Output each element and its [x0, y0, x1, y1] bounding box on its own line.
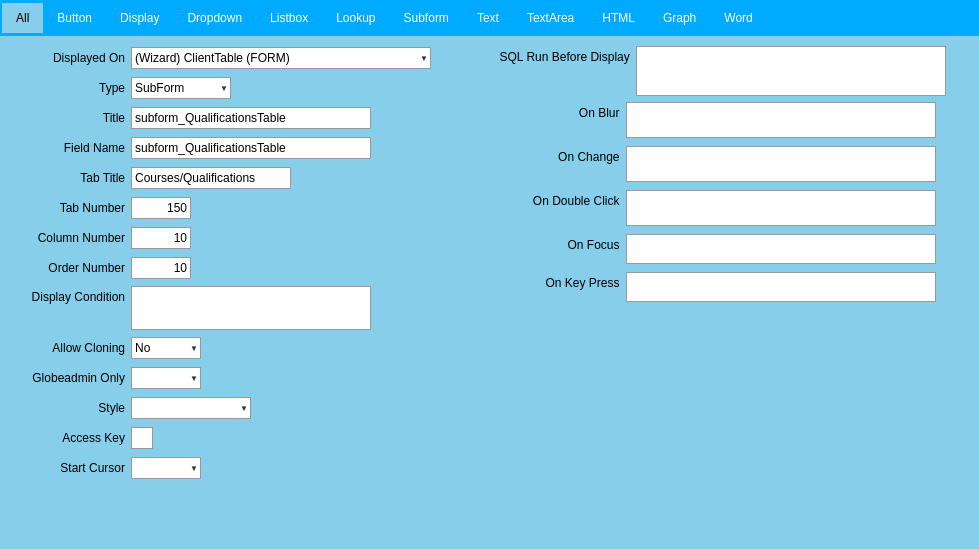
display-condition-label: Display Condition — [15, 290, 125, 304]
sql-run-before-display-label: SQL Run Before Display — [500, 50, 630, 64]
nav-item-text[interactable]: Text — [463, 3, 513, 33]
start-cursor-row: Start Cursor — [15, 456, 480, 480]
nav-item-textarea[interactable]: TextArea — [513, 3, 588, 33]
nav-item-word[interactable]: Word — [710, 3, 766, 33]
on-change-label: On Change — [500, 150, 620, 164]
start-cursor-select[interactable] — [131, 457, 201, 479]
sql-run-before-display-input[interactable] — [636, 46, 946, 96]
order-number-row: Order Number — [15, 256, 480, 280]
display-condition-input[interactable] — [131, 286, 371, 330]
globeadmin-only-row: Globeadmin Only — [15, 366, 480, 390]
start-cursor-label: Start Cursor — [15, 461, 125, 475]
title-input[interactable] — [131, 107, 371, 129]
on-focus-label: On Focus — [500, 238, 620, 252]
tab-title-input[interactable] — [131, 167, 291, 189]
field-name-label: Field Name — [15, 141, 125, 155]
allow-cloning-label: Allow Cloning — [15, 341, 125, 355]
on-blur-input[interactable] — [626, 102, 936, 138]
tab-number-label: Tab Number — [15, 201, 125, 215]
tab-number-input[interactable] — [131, 197, 191, 219]
on-focus-input[interactable] — [626, 234, 936, 264]
displayed-on-select[interactable]: (Wizard) ClientTable (FORM) — [131, 47, 431, 69]
left-column: Displayed On (Wizard) ClientTable (FORM)… — [15, 46, 480, 539]
sql-run-before-display-row: SQL Run Before Display — [500, 46, 965, 96]
nav-item-all[interactable]: All — [2, 3, 43, 33]
allow-cloning-row: Allow Cloning No — [15, 336, 480, 360]
nav-item-button[interactable]: Button — [43, 3, 106, 33]
globeadmin-only-select[interactable] — [131, 367, 201, 389]
on-double-click-label: On Double Click — [500, 194, 620, 208]
style-label: Style — [15, 401, 125, 415]
displayed-on-label: Displayed On — [15, 51, 125, 65]
order-number-label: Order Number — [15, 261, 125, 275]
column-number-input[interactable] — [131, 227, 191, 249]
title-row: Title — [15, 106, 480, 130]
start-cursor-select-wrapper — [131, 457, 201, 479]
on-blur-row: On Blur — [500, 102, 965, 138]
type-row: Type SubForm — [15, 76, 480, 100]
nav-item-html[interactable]: HTML — [588, 3, 649, 33]
displayed-on-row: Displayed On (Wizard) ClientTable (FORM) — [15, 46, 480, 70]
tab-title-row: Tab Title — [15, 166, 480, 190]
access-key-row: Access Key — [15, 426, 480, 450]
tab-number-row: Tab Number — [15, 196, 480, 220]
column-number-row: Column Number — [15, 226, 480, 250]
on-key-press-label: On Key Press — [500, 276, 620, 290]
nav-item-display[interactable]: Display — [106, 3, 173, 33]
right-column: SQL Run Before Display On Blur On Change… — [500, 46, 965, 539]
on-key-press-input[interactable] — [626, 272, 936, 302]
access-key-input[interactable] — [131, 427, 153, 449]
on-focus-row: On Focus — [500, 234, 965, 264]
nav-item-subform[interactable]: Subform — [390, 3, 463, 33]
display-condition-row: Display Condition — [15, 286, 480, 330]
on-blur-label: On Blur — [500, 106, 620, 120]
style-select[interactable] — [131, 397, 251, 419]
allow-cloning-select[interactable]: No — [131, 337, 201, 359]
displayed-on-select-wrapper: (Wizard) ClientTable (FORM) — [131, 47, 431, 69]
tab-title-label: Tab Title — [15, 171, 125, 185]
nav-item-lookup[interactable]: Lookup — [322, 3, 389, 33]
type-label: Type — [15, 81, 125, 95]
field-name-input[interactable] — [131, 137, 371, 159]
order-number-input[interactable] — [131, 257, 191, 279]
nav-bar: All Button Display Dropdown Listbox Look… — [0, 0, 979, 36]
on-change-input[interactable] — [626, 146, 936, 182]
title-label: Title — [15, 111, 125, 125]
globeadmin-only-label: Globeadmin Only — [15, 371, 125, 385]
main-content: Displayed On (Wizard) ClientTable (FORM)… — [0, 36, 979, 549]
type-select-wrapper: SubForm — [131, 77, 231, 99]
nav-item-listbox[interactable]: Listbox — [256, 3, 322, 33]
globeadmin-only-select-wrapper — [131, 367, 201, 389]
style-row: Style — [15, 396, 480, 420]
on-change-row: On Change — [500, 146, 965, 182]
allow-cloning-select-wrapper: No — [131, 337, 201, 359]
column-number-label: Column Number — [15, 231, 125, 245]
field-name-row: Field Name — [15, 136, 480, 160]
nav-item-dropdown[interactable]: Dropdown — [173, 3, 256, 33]
on-key-press-row: On Key Press — [500, 272, 965, 302]
nav-item-graph[interactable]: Graph — [649, 3, 710, 33]
type-select[interactable]: SubForm — [131, 77, 231, 99]
on-double-click-row: On Double Click — [500, 190, 965, 226]
access-key-label: Access Key — [15, 431, 125, 445]
on-double-click-input[interactable] — [626, 190, 936, 226]
style-select-wrapper — [131, 397, 251, 419]
